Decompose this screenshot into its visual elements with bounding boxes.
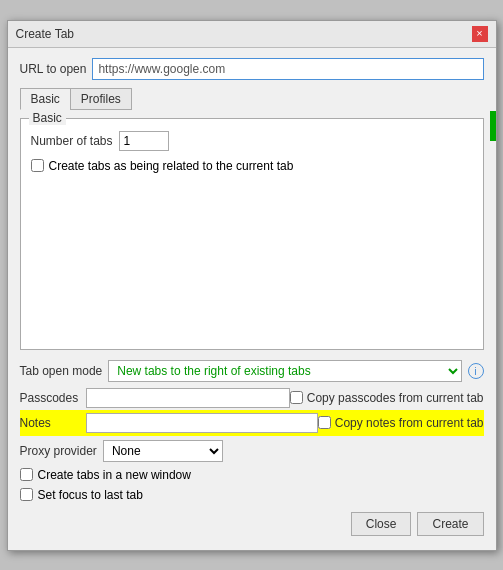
new-window-checkbox[interactable] — [20, 468, 33, 481]
tab-profiles[interactable]: Profiles — [70, 88, 132, 110]
group-content: Number of tabs Create tabs as being rela… — [31, 127, 473, 339]
notes-label: Notes — [20, 416, 80, 430]
related-tabs-row: Create tabs as being related to the curr… — [31, 159, 473, 173]
related-tabs-label: Create tabs as being related to the curr… — [49, 159, 294, 173]
dialog-body: URL to open Basic Profiles Basic Number … — [8, 48, 496, 550]
green-accent-bar — [490, 111, 496, 141]
passcodes-left: Passcodes — [20, 388, 290, 408]
passcodes-full-row: Passcodes Copy passcodes from current ta… — [20, 388, 484, 408]
notes-right: Copy notes from current tab — [318, 416, 484, 430]
title-bar: Create Tab × — [8, 21, 496, 48]
close-icon-button[interactable]: × — [472, 26, 488, 42]
group-placeholder — [31, 179, 473, 339]
focus-label: Set focus to last tab — [38, 488, 143, 502]
bottom-actions: Close Create — [20, 512, 484, 540]
copy-notes-checkbox[interactable] — [318, 416, 331, 429]
copy-passcodes-label: Copy passcodes from current tab — [307, 391, 484, 405]
num-tabs-input[interactable] — [119, 131, 169, 151]
notes-left: Notes — [20, 413, 318, 433]
passcodes-right: Copy passcodes from current tab — [290, 391, 484, 405]
proxy-label: Proxy provider — [20, 444, 97, 458]
num-tabs-row: Number of tabs — [31, 131, 473, 151]
url-row: URL to open — [20, 58, 484, 80]
focus-checkbox[interactable] — [20, 488, 33, 501]
passcodes-label: Passcodes — [20, 391, 80, 405]
new-window-label: Create tabs in a new window — [38, 468, 191, 482]
notes-full-row: Notes Copy notes from current tab — [20, 410, 484, 436]
proxy-row: Proxy provider None — [20, 440, 484, 462]
num-tabs-label: Number of tabs — [31, 134, 113, 148]
tab-basic[interactable]: Basic — [20, 88, 70, 110]
copy-passcodes-checkbox[interactable] — [290, 391, 303, 404]
passcodes-input[interactable] — [86, 388, 290, 408]
dialog-title: Create Tab — [16, 27, 74, 41]
tab-open-label: Tab open mode — [20, 364, 103, 378]
tab-open-select[interactable]: New tabs to the right of existing tabs — [108, 360, 461, 382]
related-tabs-checkbox[interactable] — [31, 159, 44, 172]
tabs-row: Basic Profiles — [20, 88, 484, 110]
info-icon[interactable]: i — [468, 363, 484, 379]
url-label: URL to open — [20, 62, 87, 76]
basic-group-box: Basic Number of tabs Create tabs as bein… — [20, 118, 484, 350]
proxy-select[interactable]: None — [103, 440, 223, 462]
new-window-row: Create tabs in a new window — [20, 468, 484, 482]
create-tab-dialog: Create Tab × URL to open Basic Profiles … — [7, 20, 497, 551]
notes-input[interactable] — [86, 413, 318, 433]
close-button[interactable]: Close — [351, 512, 412, 536]
focus-row: Set focus to last tab — [20, 488, 484, 502]
create-button[interactable]: Create — [417, 512, 483, 536]
bottom-checkboxes: Create tabs in a new window Set focus to… — [20, 468, 484, 502]
group-legend: Basic — [29, 111, 66, 125]
copy-notes-label: Copy notes from current tab — [335, 416, 484, 430]
tab-open-row: Tab open mode New tabs to the right of e… — [20, 360, 484, 382]
url-input[interactable] — [92, 58, 483, 80]
